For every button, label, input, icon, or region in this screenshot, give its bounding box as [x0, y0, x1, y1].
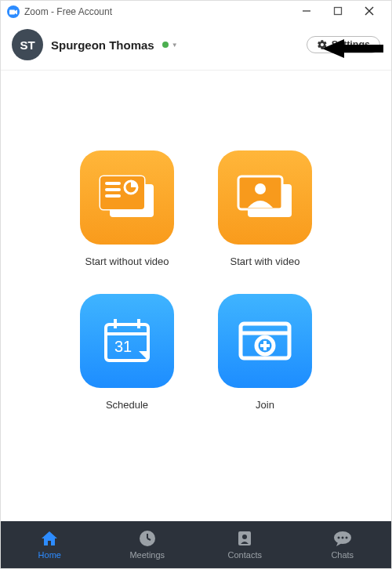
nav-chats[interactable]: Chats — [294, 530, 392, 560]
nav-home-label: Home — [38, 550, 61, 560]
nav-meetings[interactable]: Meetings — [99, 530, 197, 560]
start-without-video-tile[interactable]: Start without video — [72, 150, 182, 267]
clock-icon — [139, 530, 156, 547]
nav-chats-label: Chats — [331, 550, 354, 560]
schedule-icon: 31 — [80, 294, 174, 388]
svg-rect-11 — [105, 188, 121, 191]
home-icon — [40, 530, 59, 547]
minimize-button[interactable] — [291, 5, 322, 19]
join-tile[interactable]: Join — [210, 294, 320, 411]
svg-rect-9 — [100, 176, 144, 209]
start-with-video-tile[interactable]: Start with video — [210, 150, 320, 267]
svg-point-33 — [337, 537, 339, 539]
join-icon — [218, 294, 312, 388]
svg-rect-12 — [105, 194, 121, 198]
action-tiles: Start without video Start with video — [1, 150, 391, 411]
header: ST Spurgeon Thomas ▼ Settings — [1, 23, 391, 71]
nav-home[interactable]: Home — [1, 530, 99, 560]
user-name: Spurgeon Thomas — [51, 38, 154, 52]
svg-point-16 — [255, 183, 266, 194]
join-label: Join — [256, 399, 274, 411]
close-button[interactable] — [354, 5, 385, 18]
main-area: Start without video Start with video — [1, 71, 391, 521]
svg-rect-2 — [335, 8, 342, 15]
settings-button[interactable]: Settings — [307, 36, 380, 53]
bottom-nav: Home Meetings Contacts Chats — [1, 521, 391, 568]
presence-indicator-icon — [162, 42, 169, 48]
settings-label: Settings — [332, 39, 370, 50]
titlebar: Zoom - Free Account — [1, 1, 391, 23]
start-without-video-icon — [80, 150, 174, 245]
schedule-tile[interactable]: 31 Schedule — [72, 294, 182, 411]
app-window: Zoom - Free Account ST Spurgeon Thomas ▼… — [0, 0, 392, 569]
nav-meetings-label: Meetings — [129, 550, 165, 560]
nav-contacts-label: Contacts — [228, 550, 262, 560]
maximize-button[interactable] — [322, 5, 354, 18]
avatar[interactable]: ST — [12, 29, 43, 60]
start-with-video-label: Start with video — [230, 256, 300, 267]
schedule-label: Schedule — [106, 399, 148, 411]
svg-point-35 — [345, 537, 347, 539]
zoom-logo-icon — [7, 5, 20, 18]
start-with-video-icon — [218, 150, 312, 245]
svg-point-34 — [341, 537, 343, 539]
window-title: Zoom - Free Account — [24, 6, 112, 17]
chat-icon — [333, 530, 352, 547]
gear-icon — [317, 39, 328, 50]
avatar-initials: ST — [20, 38, 34, 52]
svg-rect-10 — [105, 182, 121, 185]
svg-rect-0 — [9, 9, 15, 14]
nav-contacts[interactable]: Contacts — [196, 530, 294, 560]
svg-point-31 — [242, 535, 247, 539]
contacts-icon — [236, 530, 253, 547]
start-without-video-label: Start without video — [85, 256, 169, 267]
svg-rect-20 — [137, 319, 140, 328]
svg-text:31: 31 — [114, 338, 132, 355]
svg-rect-19 — [114, 319, 117, 328]
presence-dropdown-icon[interactable]: ▼ — [172, 42, 178, 49]
